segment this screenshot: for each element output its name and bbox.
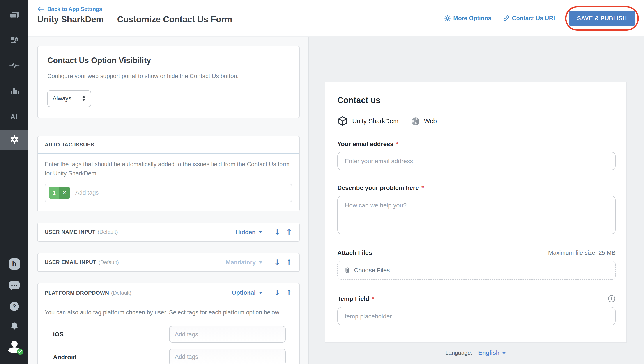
- divider: [269, 229, 269, 236]
- pulse-icon: [8, 61, 20, 72]
- ios-add-tags-input[interactable]: [169, 326, 286, 343]
- sidebar-item-conversations[interactable]: [0, 6, 28, 27]
- chevron-down-icon: [259, 292, 262, 294]
- choose-files-dropzone[interactable]: Choose Files: [337, 261, 616, 280]
- app-sidebar: ? AI: [0, 0, 28, 364]
- gear-icon: [9, 134, 20, 146]
- avatar: [7, 341, 21, 354]
- sidebar-item-help[interactable]: ?: [0, 296, 28, 317]
- user-name-input-row: USER NAME INPUT (Default) Hidden ↓ ↑: [37, 223, 300, 242]
- language-select[interactable]: English: [478, 349, 506, 356]
- chat-dots-icon: [9, 281, 20, 289]
- move-up-button[interactable]: ↑: [286, 229, 292, 236]
- required-asterisk: *: [422, 184, 424, 191]
- platform-description: You can also auto tag platform chosen by…: [45, 309, 292, 316]
- user-email-visibility-dropdown[interactable]: Mandatory: [226, 259, 262, 266]
- sidebar-item-settings-active[interactable]: [0, 130, 28, 150]
- platform-visibility-dropdown[interactable]: Optional: [232, 290, 262, 296]
- add-tags-input[interactable]: [74, 189, 288, 197]
- sidebar-item-activity[interactable]: [0, 56, 28, 77]
- globe-icon: [411, 116, 420, 126]
- chevron-down-icon: [259, 261, 262, 264]
- chat-bubbles-icon: [8, 11, 20, 22]
- visibility-card-description: Configure your web support portal to sho…: [47, 72, 290, 81]
- visibility-card-title: Contact Us Option Visibility: [47, 56, 290, 65]
- link-icon: [503, 15, 509, 22]
- sidebar-item-notifications[interactable]: [0, 317, 28, 338]
- sidebar-item-helpshift-logo[interactable]: h: [0, 254, 28, 275]
- email-label: Your email address: [337, 140, 394, 147]
- user-email-row-suffix: (Default): [98, 259, 119, 266]
- auto-tag-card: AUTO TAG ISSUES Enter the tags that shou…: [37, 136, 300, 211]
- auto-tag-header: AUTO TAG ISSUES: [38, 136, 299, 154]
- online-status-badge: [17, 349, 23, 355]
- preview-email-input[interactable]: [337, 152, 616, 170]
- ai-label: AI: [10, 112, 18, 120]
- preview-temp-input[interactable]: [337, 307, 616, 325]
- sidebar-item-feedback[interactable]: [0, 275, 28, 296]
- config-panel: Contact Us Option Visibility Configure y…: [28, 37, 309, 364]
- page-header: Back to App Settings Unity SharkDem — Cu…: [28, 0, 644, 36]
- contact-us-url-button[interactable]: Contact Us URL: [503, 15, 557, 22]
- tag-remove-icon[interactable]: ✕: [59, 187, 70, 199]
- preview-platform-name: Web: [424, 117, 437, 125]
- preview-title: Contact us: [337, 96, 616, 105]
- language-row: Language: English: [325, 349, 627, 356]
- helpshift-logo-icon: h: [8, 258, 20, 270]
- more-options-label: More Options: [453, 15, 491, 22]
- divider: [269, 290, 269, 296]
- back-to-app-settings-link[interactable]: Back to App Settings: [37, 6, 102, 12]
- ios-label: iOS: [53, 331, 64, 338]
- attach-files-label: Attach Files: [337, 249, 372, 256]
- move-up-button[interactable]: ↑: [286, 289, 292, 297]
- bell-icon: [10, 321, 19, 333]
- unity-logo-icon: [337, 116, 348, 126]
- platform-row-ios: iOS: [45, 323, 292, 345]
- language-label: Language:: [445, 349, 472, 356]
- platform-row-label: PLATFORM DROPDOWN: [45, 290, 109, 296]
- android-add-tags-input[interactable]: [169, 349, 286, 364]
- required-asterisk: *: [372, 295, 374, 302]
- sidebar-item-ai[interactable]: AI: [0, 106, 28, 127]
- move-down-button[interactable]: ↓: [274, 229, 280, 236]
- preview-app-name: Unity SharkDem: [352, 117, 398, 125]
- move-up-button[interactable]: ↑: [286, 259, 292, 266]
- chevron-down-icon: [502, 351, 506, 354]
- app-identity-row: Unity SharkDem Web: [337, 116, 616, 126]
- android-label: Android: [53, 353, 76, 360]
- chevron-down-icon: [259, 231, 262, 233]
- select-stepper-icon: [82, 96, 86, 102]
- save-publish-button[interactable]: SAVE & PUBLISH: [569, 10, 635, 26]
- svg-text:?: ?: [15, 38, 17, 41]
- info-icon[interactable]: [608, 295, 616, 303]
- more-options-button[interactable]: More Options: [444, 15, 491, 22]
- back-link-label: Back to App Settings: [47, 6, 102, 12]
- platform-tags-table: iOS Android: [45, 323, 292, 364]
- platform-row-suffix: (Default): [111, 290, 132, 296]
- visibility-card: Contact Us Option Visibility Configure y…: [37, 46, 300, 118]
- sidebar-item-profile[interactable]: [0, 337, 28, 358]
- preview-panel: Contact us Unity SharkDem Web: [309, 37, 644, 364]
- question-mark-icon: ?: [10, 301, 19, 311]
- tag-chip-label: 1: [49, 187, 59, 199]
- user-name-row-label: USER NAME INPUT: [45, 229, 96, 235]
- move-down-button[interactable]: ↓: [274, 289, 280, 297]
- problem-label: Describe your problem here: [337, 184, 419, 191]
- faq-document-icon: ?: [8, 36, 20, 47]
- auto-tag-input-box[interactable]: 1 ✕: [45, 184, 292, 202]
- user-name-row-suffix: (Default): [98, 229, 118, 235]
- arrow-left-icon: [37, 7, 44, 12]
- paperclip-icon: [344, 267, 350, 274]
- user-name-visibility-dropdown[interactable]: Hidden: [236, 229, 262, 236]
- divider: [269, 259, 269, 266]
- contact-form-preview: Contact us Unity SharkDem Web: [325, 82, 627, 342]
- choose-files-label: Choose Files: [354, 267, 390, 274]
- temp-field-label: Temp Field: [337, 295, 369, 302]
- tag-chip: 1 ✕: [49, 187, 70, 199]
- preview-problem-textarea[interactable]: [337, 196, 616, 234]
- contact-us-url-label: Contact Us URL: [512, 15, 557, 22]
- sidebar-item-analytics[interactable]: [0, 81, 28, 102]
- visibility-select[interactable]: Always: [47, 90, 91, 107]
- move-down-button[interactable]: ↓: [274, 259, 280, 266]
- sidebar-item-faqs[interactable]: ?: [0, 31, 28, 52]
